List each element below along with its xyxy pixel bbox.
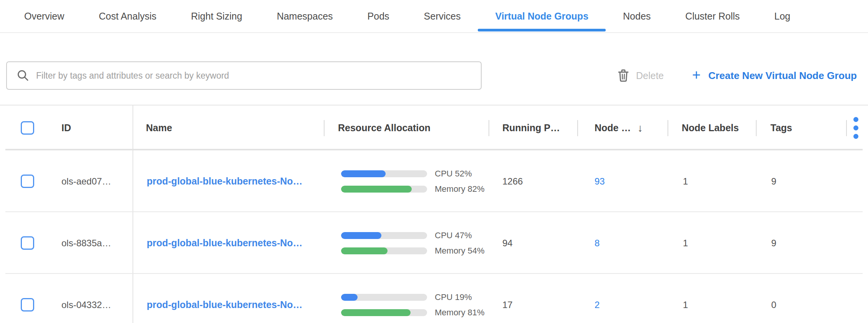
main-tab-bar: Overview Cost Analysis Right Sizing Name… bbox=[0, 0, 868, 33]
resource-allocation-labels: CPU 52% Memory 82% bbox=[435, 170, 485, 193]
vng-id: ols-04332… bbox=[61, 274, 111, 323]
nodes-count-link[interactable]: 93 bbox=[595, 176, 605, 187]
table-row: ols-04332… prod-global-blue-kubernetes-N… bbox=[0, 274, 868, 323]
tab-cost-analysis[interactable]: Cost Analysis bbox=[81, 0, 174, 32]
sort-descending-icon[interactable]: ↓ bbox=[638, 105, 643, 150]
header-node-labels[interactable]: Node Labels bbox=[682, 105, 739, 150]
header-separator bbox=[668, 120, 668, 136]
trash-icon bbox=[618, 69, 629, 82]
tab-namespaces[interactable]: Namespaces bbox=[260, 0, 350, 32]
cpu-bar-fill bbox=[341, 170, 386, 177]
cpu-bar-track bbox=[341, 170, 427, 177]
memory-percent-label: Memory 82% bbox=[435, 186, 485, 193]
header-separator bbox=[324, 120, 325, 136]
plus-icon: + bbox=[692, 68, 701, 82]
row-checkbox[interactable] bbox=[21, 298, 34, 311]
memory-bar-fill bbox=[341, 247, 388, 254]
tab-services[interactable]: Services bbox=[407, 0, 478, 32]
tab-log[interactable]: Log bbox=[757, 0, 808, 32]
tags-value: 0 bbox=[771, 274, 776, 323]
row-checkbox[interactable] bbox=[21, 175, 34, 188]
resource-allocation-labels: CPU 19% Memory 81% bbox=[435, 294, 485, 316]
memory-bar-track bbox=[341, 309, 427, 316]
memory-bar-track bbox=[341, 186, 427, 193]
header-separator bbox=[756, 120, 757, 136]
header-id[interactable]: ID bbox=[61, 105, 71, 150]
table-row: ols-8835a… prod-global-blue-kubernetes-N… bbox=[0, 212, 868, 274]
cpu-percent-label: CPU 52% bbox=[435, 170, 485, 177]
running-pods-value: 1266 bbox=[502, 150, 523, 212]
column-options-menu-icon[interactable] bbox=[853, 105, 858, 150]
resource-allocation-bars bbox=[341, 170, 427, 193]
memory-percent-label: Memory 81% bbox=[435, 309, 485, 316]
vng-name-link[interactable]: prod-global-blue-kubernetes-No… bbox=[147, 176, 303, 187]
cpu-percent-label: CPU 19% bbox=[435, 294, 485, 301]
select-all-checkbox[interactable] bbox=[21, 121, 34, 135]
tags-value: 9 bbox=[771, 150, 776, 212]
tab-cluster-rolls[interactable]: Cluster Rolls bbox=[668, 0, 757, 32]
vng-id: ols-aed07… bbox=[61, 150, 111, 212]
row-checkbox[interactable] bbox=[21, 236, 34, 250]
create-button-label: Create New Virtual Node Group bbox=[708, 70, 857, 82]
cpu-bar-fill bbox=[341, 232, 381, 239]
nodes-count-link[interactable]: 2 bbox=[595, 300, 600, 310]
delete-button-label: Delete bbox=[636, 70, 664, 81]
table-header-row: ID Name Resource Allocation Running P… N… bbox=[0, 105, 868, 150]
tags-value: 9 bbox=[771, 212, 776, 274]
memory-bar-fill bbox=[341, 186, 412, 193]
cpu-bar-track bbox=[341, 294, 427, 301]
node-labels-value: 1 bbox=[683, 274, 688, 323]
kebab-dot bbox=[853, 117, 858, 122]
running-pods-value: 17 bbox=[502, 274, 513, 323]
toolbar: Delete + Create New Virtual Node Group bbox=[0, 61, 868, 90]
tab-right-sizing[interactable]: Right Sizing bbox=[174, 0, 259, 32]
memory-bar-track bbox=[341, 247, 427, 254]
header-resource-allocation[interactable]: Resource Allocation bbox=[338, 105, 431, 150]
table-row: ols-aed07… prod-global-blue-kubernetes-N… bbox=[0, 150, 868, 212]
filter-search-box bbox=[6, 61, 482, 90]
cpu-percent-label: CPU 47% bbox=[435, 232, 485, 239]
create-virtual-node-group-button[interactable]: + Create New Virtual Node Group bbox=[692, 61, 857, 90]
filter-search-input[interactable] bbox=[7, 62, 481, 89]
tab-nodes[interactable]: Nodes bbox=[606, 0, 668, 32]
memory-percent-label: Memory 54% bbox=[435, 247, 485, 254]
memory-bar-fill bbox=[341, 309, 411, 316]
header-nodes[interactable]: Node … bbox=[595, 105, 631, 150]
resource-allocation-bars bbox=[341, 232, 427, 254]
tab-pods[interactable]: Pods bbox=[350, 0, 407, 32]
nodes-count-link[interactable]: 8 bbox=[595, 238, 600, 249]
header-name[interactable]: Name bbox=[146, 105, 172, 150]
tab-virtual-node-groups[interactable]: Virtual Node Groups bbox=[478, 0, 606, 32]
vng-name-link[interactable]: prod-global-blue-kubernetes-No… bbox=[147, 299, 303, 310]
node-labels-value: 1 bbox=[683, 150, 688, 212]
running-pods-value: 94 bbox=[502, 212, 513, 274]
header-separator bbox=[489, 120, 489, 136]
header-separator bbox=[846, 120, 847, 136]
vng-name-link[interactable]: prod-global-blue-kubernetes-No… bbox=[147, 237, 303, 249]
vng-id: ols-8835a… bbox=[61, 212, 111, 274]
kebab-dot bbox=[853, 134, 858, 139]
cpu-bar-fill bbox=[341, 294, 358, 301]
tab-overview[interactable]: Overview bbox=[7, 0, 81, 32]
node-labels-value: 1 bbox=[683, 212, 688, 274]
header-running-pods[interactable]: Running P… bbox=[502, 105, 560, 150]
delete-button[interactable]: Delete bbox=[618, 61, 664, 90]
resource-allocation-bars bbox=[341, 294, 427, 316]
search-icon bbox=[16, 69, 30, 82]
header-tags[interactable]: Tags bbox=[770, 105, 792, 150]
kebab-dot bbox=[853, 125, 858, 130]
virtual-node-groups-table: ID Name Resource Allocation Running P… N… bbox=[0, 105, 868, 323]
cpu-bar-track bbox=[341, 232, 427, 239]
resource-allocation-labels: CPU 47% Memory 54% bbox=[435, 232, 485, 254]
header-separator bbox=[577, 120, 578, 136]
